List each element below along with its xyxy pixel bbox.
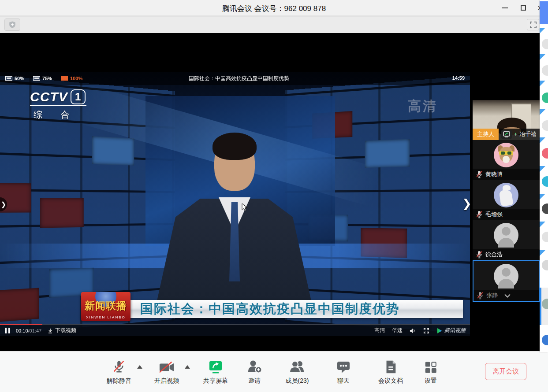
channel-number-badge: 1 <box>71 89 86 104</box>
participant-name: 黄晓博 <box>485 170 503 178</box>
participant-tile-host[interactable]: 主持人 冶千禧 <box>473 100 540 140</box>
player-fullscreen-icon[interactable] <box>423 328 429 334</box>
strip-item-tri <box>540 137 545 143</box>
quality-button[interactable]: 高清 <box>374 327 385 334</box>
settings-grid-icon <box>423 360 438 375</box>
download-video-button[interactable]: 下载视频 <box>48 327 76 334</box>
participant-name: 冶千禧 <box>519 130 537 138</box>
camera-muted-icon <box>158 360 175 375</box>
document-icon <box>383 359 398 375</box>
invite-button[interactable]: 邀请 <box>237 357 272 385</box>
minimize-button[interactable] <box>496 0 514 16</box>
news-anchor-hair <box>212 133 257 160</box>
unmute-button[interactable]: 解除静音 <box>99 357 139 385</box>
strip-item-tri <box>540 222 545 227</box>
hd-watermark: 高清 <box>408 97 438 115</box>
maximize-button[interactable] <box>514 0 532 16</box>
play-logo-icon <box>436 328 443 334</box>
strip-item-circle <box>542 92 548 103</box>
window-title: 腾讯会议 会议号：962 009 878 <box>0 4 548 14</box>
strip-item-circle <box>542 39 548 49</box>
leave-meeting-button[interactable]: 离开会议 <box>485 363 526 380</box>
strip-item-tri <box>540 194 545 200</box>
protection-button[interactable] <box>4 18 20 31</box>
cctv-channel-logo: CCTV 1 综 合 <box>30 89 86 121</box>
mic-muted-icon <box>476 211 483 218</box>
strip-item-tri <box>540 109 545 115</box>
participant-tile[interactable]: 黄晓博 <box>473 140 540 180</box>
strip-item-circle <box>542 65 548 76</box>
participant-tile[interactable]: 徐金浩 <box>473 220 540 260</box>
strip-item-circle <box>542 148 548 159</box>
video-player-bar: 00:10/01:47 下载视频 高清 倍速 腾讯视频 <box>0 324 470 336</box>
zoom-level-options: 50% 75% 100% <box>5 76 82 81</box>
mute-options-caret[interactable] <box>137 365 142 369</box>
strip-item-tri <box>540 81 545 86</box>
pause-button[interactable] <box>5 328 10 333</box>
strip-item-bar <box>540 1 548 24</box>
video-options-caret[interactable] <box>185 365 190 369</box>
zoom-rect-icon <box>5 76 12 81</box>
strip-item-circle <box>542 260 548 270</box>
start-video-button[interactable]: 开启视频 <box>147 357 186 385</box>
video-top-overlay: 50% 75% 100% 国际社会：中国高效抗疫凸显中国制度优势 14:59 <box>0 72 470 85</box>
title-bar: 腾讯会议 会议号：962 009 878 ✕ <box>0 0 548 16</box>
participant-name: 毛增强 <box>485 211 503 218</box>
avatar <box>494 143 518 167</box>
strip-item-circle <box>542 120 548 131</box>
volume-icon[interactable] <box>410 328 416 334</box>
video-top-caption: 国际社会：中国高效抗疫凸显中国制度优势 <box>189 75 289 82</box>
news-headline-banner: 国际社会：中国高效抗疫凸显中国制度优势 <box>130 300 463 318</box>
headline-text: 国际社会：中国高效抗疫凸显中国制度优势 <box>130 300 400 318</box>
participant-name: 张静 <box>486 292 498 300</box>
broadcast-clock: 14:59 <box>452 75 465 81</box>
player-time: 00:10/01:47 <box>16 328 41 333</box>
sharing-monitor-icon <box>503 131 510 137</box>
zoom-option-75[interactable]: 75% <box>33 76 52 81</box>
strip-item-tri <box>540 54 545 60</box>
shield-plus-icon <box>8 21 16 29</box>
strip-item-tri <box>540 28 545 33</box>
tencent-video-brand: 腾讯视频 <box>436 327 466 334</box>
members-button[interactable]: 成员(23) <box>277 357 317 385</box>
meeting-docs-button[interactable]: 会议文档 <box>370 357 411 385</box>
chat-bubble-icon <box>336 359 351 375</box>
mic-muted-icon <box>476 251 483 259</box>
participant-tile-selected[interactable]: 张静 <box>473 260 540 302</box>
meeting-stage: 50% 75% 100% 国际社会：中国高效抗疫凸显中国制度优势 14:59 C… <box>0 33 548 351</box>
host-badge: 主持人 <box>473 129 499 140</box>
zoom-option-100[interactable]: 100% <box>61 76 82 81</box>
avatar <box>494 264 518 288</box>
screen-sharing-indicator <box>501 130 512 139</box>
strip-item-circle <box>542 176 548 187</box>
zoom-rect-icon <box>61 76 68 81</box>
strip-item-circle <box>542 335 548 345</box>
members-icon <box>288 359 306 375</box>
invite-person-icon <box>246 359 262 375</box>
page-right-arrow[interactable]: ❯ <box>462 197 472 211</box>
speed-button[interactable]: 倍速 <box>392 327 403 334</box>
chat-button[interactable]: 聊天 <box>327 357 360 385</box>
shared-screen-video[interactable]: 50% 75% 100% 国际社会：中国高效抗疫凸显中国制度优势 14:59 C… <box>0 72 470 336</box>
mic-muted-icon <box>112 359 127 375</box>
settings-button[interactable]: 设置 <box>414 357 447 385</box>
strip-item-tri <box>540 250 545 256</box>
avatar <box>494 183 518 207</box>
meeting-sub-toolbar <box>0 16 548 33</box>
meeting-toolbar: 解除静音 开启视频 共享屏幕 邀请 成员(23) 聊天 <box>0 351 548 392</box>
participant-tile[interactable]: 毛增强 <box>473 180 540 220</box>
zoom-rect-icon <box>33 76 40 81</box>
participant-name: 徐金浩 <box>485 251 503 259</box>
share-screen-button[interactable]: 共享屏幕 <box>198 357 234 385</box>
xinwen-lianbo-logo: 新闻联播 XINWEN LIANBO <box>81 292 130 321</box>
zoom-option-50[interactable]: 50% <box>5 76 24 81</box>
chevron-down-icon[interactable] <box>504 294 511 298</box>
mic-muted-icon <box>477 292 484 300</box>
mouse-cursor <box>242 203 248 212</box>
share-screen-icon <box>208 359 224 375</box>
strip-item-circle <box>542 203 548 214</box>
download-icon <box>48 328 53 333</box>
mic-muted-icon <box>476 170 483 178</box>
fullscreen-button[interactable] <box>527 19 539 30</box>
avatar <box>494 223 518 248</box>
